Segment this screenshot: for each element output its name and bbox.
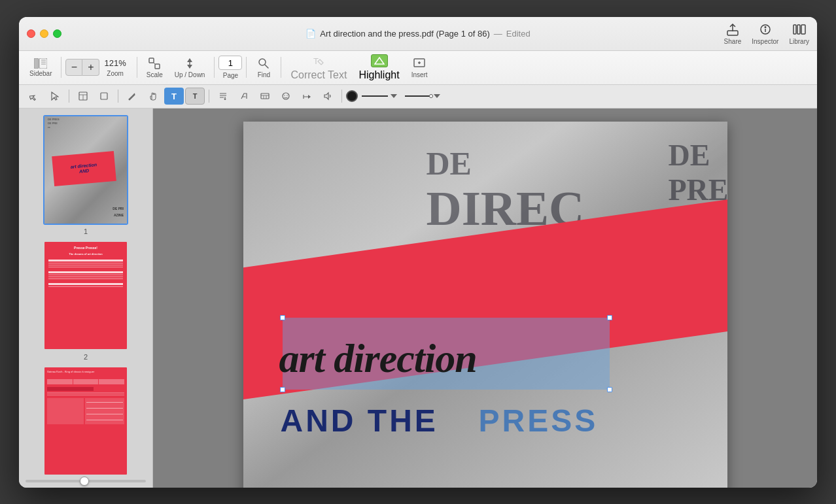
svg-marker-48 <box>324 93 328 99</box>
traffic-lights <box>27 29 61 38</box>
window-title: 📄 Art direction and the press.pdf (Page … <box>305 29 530 39</box>
divider-2 <box>137 57 137 78</box>
svg-rect-7 <box>34 58 39 69</box>
sel-handle-br <box>607 387 612 392</box>
page-thumbnails: DE PRES DE PRE re art directionAND DE PR… <box>19 109 152 475</box>
share-button[interactable]: Share <box>724 22 742 45</box>
ann-divider-1 <box>69 90 69 103</box>
minimize-button[interactable] <box>40 29 48 38</box>
divider-4 <box>246 57 247 78</box>
pencil-tool[interactable] <box>122 88 142 105</box>
text-highlight-tool[interactable]: T <box>185 88 205 105</box>
slider-track <box>26 480 146 482</box>
page-input[interactable] <box>218 56 242 70</box>
bg-text-depres: DE PRE <box>669 138 727 207</box>
zoom-value: 121% <box>104 58 126 68</box>
svg-point-43 <box>284 95 285 95</box>
insert-button[interactable]: Insert <box>406 54 433 81</box>
table-insert-tool[interactable] <box>255 88 275 105</box>
app-window: 📄 Art direction and the press.pdf (Page … <box>19 17 817 488</box>
zoom-label: Zoom <box>107 70 124 77</box>
annotation-toolbar: T T <box>19 85 817 109</box>
svg-marker-49 <box>391 94 397 98</box>
page-subtitle: AND THE <box>281 403 438 439</box>
highlight-label: Highlight <box>358 69 399 81</box>
pdf-file-icon: 📄 <box>305 29 316 39</box>
svg-line-14 <box>154 63 155 64</box>
crop-tool[interactable] <box>94 88 114 105</box>
paragraph-tool[interactable] <box>213 88 233 105</box>
correct-text-label: Correct Text <box>290 69 347 81</box>
titlebar-actions: Share Inspector Library <box>724 22 809 45</box>
page-thumbnail-1[interactable]: DE PRES DE PRE re art directionAND DE PR… <box>26 115 146 235</box>
page-canvas: DE DE PRE DE E I DIREC JE QUE D LA DIREC… <box>243 122 727 488</box>
divider-1 <box>61 57 61 78</box>
smiley-tool[interactable] <box>276 88 296 105</box>
bg-text-de: DE <box>427 144 472 182</box>
line-preview <box>362 95 388 97</box>
find-label: Find <box>258 72 270 78</box>
svg-rect-5 <box>797 25 800 34</box>
close-button[interactable] <box>27 29 35 38</box>
page-label: Page <box>223 72 238 79</box>
maximize-button[interactable] <box>53 29 61 38</box>
ann-divider-3 <box>209 90 209 103</box>
updown-button[interactable]: Up / Down <box>169 54 211 81</box>
thumbnail-size-slider[interactable] <box>19 475 152 488</box>
divider-5 <box>281 57 281 78</box>
sidebar: DE PRES DE PRE re art directionAND DE PR… <box>19 109 153 488</box>
library-button[interactable]: Library <box>789 22 809 45</box>
svg-point-3 <box>765 26 766 27</box>
svg-marker-16 <box>187 65 192 69</box>
find-button[interactable]: Find <box>251 54 277 81</box>
sel-handle-tr <box>607 315 612 320</box>
svg-line-31 <box>134 93 135 94</box>
insert-label: Insert <box>411 72 428 78</box>
pointer-tool[interactable] <box>45 88 65 105</box>
press-text: PRESS <box>479 403 599 439</box>
svg-rect-6 <box>801 25 805 34</box>
page-thumbnail-2[interactable]: Presse Presse! The dreams of art directi… <box>26 241 146 361</box>
canvas-area: DE DE PRE DE E I DIREC JE QUE D LA DIREC… <box>153 109 817 488</box>
library-label: Library <box>789 38 809 45</box>
zoom-in-button[interactable]: + <box>82 59 99 76</box>
correct-text-button[interactable]: T Correct Text <box>285 52 352 84</box>
line-end-dropdown[interactable] <box>405 94 440 98</box>
arrow-select-tool[interactable] <box>24 88 44 105</box>
page-main-title: art direction <box>279 341 477 377</box>
scale-button[interactable]: Scale <box>141 54 168 81</box>
edited-badge: — <box>494 29 502 39</box>
svg-marker-26 <box>52 92 58 100</box>
sidebar-button[interactable]: Sidebar <box>24 56 57 80</box>
sidebar-label: Sidebar <box>29 71 52 77</box>
line-style-dropdown[interactable] <box>362 94 397 98</box>
main-content: DE PRES DE PRE re art directionAND DE PR… <box>19 109 817 488</box>
text-tool[interactable]: T <box>164 88 184 105</box>
hand-tool[interactable] <box>143 88 163 105</box>
svg-marker-46 <box>308 95 311 99</box>
svg-rect-12 <box>149 58 154 63</box>
table-tool[interactable] <box>73 88 93 105</box>
page-num-1: 1 <box>84 227 88 235</box>
zoom-out-button[interactable]: − <box>65 59 82 76</box>
page-thumbnail-3[interactable]: Gateau Koch - King of classic à naviguer <box>26 366 146 475</box>
svg-rect-13 <box>155 64 160 69</box>
svg-marker-15 <box>187 58 192 62</box>
svg-point-44 <box>287 95 287 95</box>
ann-divider-4 <box>341 90 342 103</box>
speaker-tool[interactable] <box>318 88 338 105</box>
svg-line-19 <box>265 65 268 68</box>
zoom-controls: − + 121% Zoom <box>65 56 130 80</box>
inspector-button[interactable]: Inspector <box>752 22 778 45</box>
divider-3 <box>214 57 215 78</box>
highlight-marker-tool[interactable] <box>234 88 254 105</box>
sel-handle-tl <box>280 315 285 320</box>
slider-thumb[interactable] <box>80 477 89 486</box>
highlight-button[interactable]: Highlight <box>353 52 404 84</box>
page-input-wrap: Page <box>218 56 242 79</box>
arrow-tool[interactable] <box>297 88 317 105</box>
edited-text: Edited <box>506 29 531 39</box>
inspector-label: Inspector <box>752 38 778 45</box>
color-picker[interactable] <box>346 90 358 102</box>
scale-label: Scale <box>147 72 163 78</box>
